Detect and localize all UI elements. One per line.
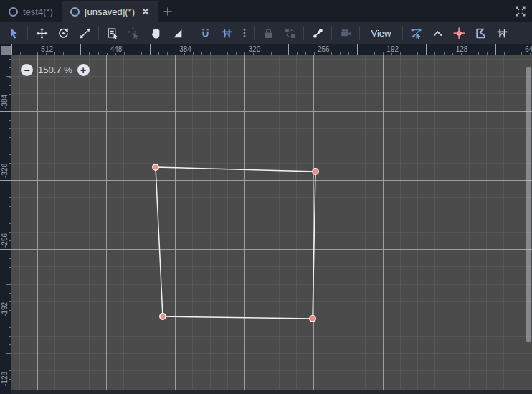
vruler-label: -192 [1,301,9,318]
toolbar-separator [191,26,191,40]
bone-icon [312,27,324,39]
polygon-vertex-handle[interactable] [160,314,166,319]
toolbar-separator [331,26,332,40]
canvas-toolbar: View [0,22,532,44]
snap-settings-button[interactable] [493,24,512,42]
move-icon [36,27,48,39]
select-tool-button[interactable] [4,24,24,42]
ruler-corner[interactable] [1,46,11,55]
lock-icon [262,27,275,39]
list-select-tool-button[interactable] [103,24,123,42]
horizontal-scrollbar-track[interactable] [11,390,532,394]
polygon-corner-icon [475,27,487,39]
hruler-label: -64 [522,45,532,53]
view-menu-button[interactable]: View [364,24,399,42]
view-menu-label: View [371,28,391,39]
toolbar-separator [402,26,403,40]
tab-label: test4(*) [23,6,53,17]
smart-snap-magnet-icon [199,27,212,39]
scale-icon [79,27,91,39]
ruler-icon [171,27,184,39]
vertical-scrollbar-thumb[interactable] [526,67,531,342]
camera-override-button[interactable] [336,24,356,42]
hruler-label: -384 [176,45,193,53]
grid-snap-icon [221,27,233,39]
grid-snap-icon [496,27,508,39]
grid-snap-button[interactable] [217,24,237,42]
expand-icon[interactable] [514,5,527,18]
toolbar-separator [98,26,99,40]
scene-icon [9,7,18,17]
list-select-icon [107,27,119,39]
snap-cursor-tool-button[interactable] [125,24,144,42]
hruler-label: -192 [384,45,400,53]
tab-unsaved[interactable]: [unsaved](*) [62,1,158,22]
pan-tool-button[interactable] [146,24,166,42]
tab-label: [unsaved](*) [85,6,135,17]
hruler-label: -320 [245,45,262,53]
chevron-up-icon [432,27,444,39]
vruler-label: -320 [1,162,9,179]
pan-hand-icon [150,27,162,39]
hruler-label: -512 [38,45,54,53]
camera-icon [340,27,352,39]
ruler-tool-button[interactable] [168,24,187,42]
toolbar-separator [359,26,360,40]
snap-options-menu-button[interactable] [239,24,250,42]
collapse-button[interactable] [428,24,447,42]
toolbar-separator [303,26,304,40]
close-icon[interactable] [141,7,150,16]
godot-2d-editor: test4(*) [unsaved](*) [0,0,532,394]
toolbar-separator [27,26,28,40]
add-tab-button[interactable] [158,1,177,22]
polygon-outline [156,167,315,319]
select-arrow-icon [8,27,20,39]
skeleton-bone-button[interactable] [308,24,328,42]
ellipsis-icon [239,27,250,39]
zoom-out-button[interactable]: − [21,64,33,76]
canvas-viewport[interactable]: − 150.7 % + [11,55,532,394]
scale-tool-button[interactable] [75,24,95,42]
polygon-vertex-handle[interactable] [313,169,318,174]
toolbar-separator [254,26,255,40]
move-tool-button[interactable] [32,24,52,42]
snap-cursor-icon [128,27,141,39]
scene-tab-bar: test4(*) [unsaved](*) [0,0,532,22]
lock-button[interactable] [259,24,278,42]
zoom-level-label[interactable]: 150.7 % [38,65,72,75]
rotate-tool-button[interactable] [54,24,73,42]
pivot-icon [453,27,465,39]
polygon-vertex-handle[interactable] [310,316,315,322]
group-button[interactable] [280,24,300,42]
polygon-layer [11,55,532,394]
hruler-label: -128 [452,45,469,53]
edit-polygon-button[interactable] [471,24,490,42]
zoom-widget: − 150.7 % + [21,64,90,76]
horizontal-ruler[interactable]: -512-448-384-320-256-192-128-64 [11,44,532,55]
vruler-label: -384 [1,93,9,111]
rotate-icon [57,27,70,39]
vruler-label: -256 [1,232,9,249]
hruler-label: -448 [107,45,123,53]
pivot-button[interactable] [450,24,469,42]
select-points-button[interactable] [407,24,426,42]
group-icon [284,27,296,39]
zoom-in-button[interactable]: + [77,64,90,76]
viewport-workspace: -512-448-384-320-256-192-128-64 -384-320… [0,44,532,394]
hruler-label: -256 [315,45,331,53]
tab-test4[interactable]: test4(*) [0,1,62,22]
vruler-label: -128 [1,370,9,388]
polygon-vertex-handle[interactable] [153,164,158,170]
scene-icon [70,7,80,17]
select-points-icon [410,27,422,39]
vertical-ruler[interactable]: -384-320-256-192-128 [0,55,11,394]
smart-snap-button[interactable] [196,24,215,42]
